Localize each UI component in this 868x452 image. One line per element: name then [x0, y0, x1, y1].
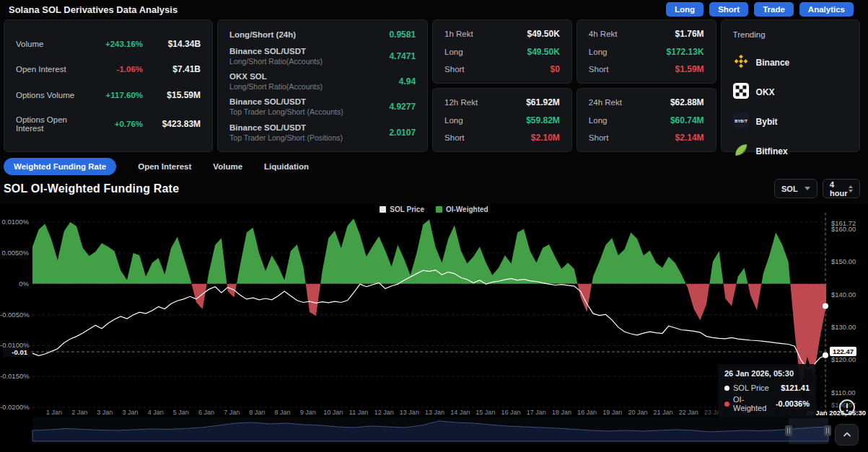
summary-cards-row: Volume+243.16%$14.34BOpen Interest-1.06%… — [4, 19, 860, 152]
ratio-line2: Long/Short Ratio(Accounts) — [229, 57, 389, 66]
bybit-icon: BYB!T — [733, 112, 749, 130]
alert-circle-icon — [838, 399, 856, 416]
metric-label: Volume — [16, 40, 91, 48]
handle-body — [824, 425, 831, 436]
rekt-long-label: Long — [589, 116, 608, 125]
rekt-short-label: Short — [589, 133, 609, 142]
long-short-ratios-card: Long/Short (24h)0.9581Binance SOL/USDTLo… — [217, 19, 428, 152]
bitfinex-icon — [733, 142, 749, 160]
short-button[interactable]: Short — [709, 2, 748, 17]
ratio-row: Binance SOL/USDTLong/Short Ratio(Account… — [229, 47, 416, 66]
alert-button[interactable] — [837, 397, 857, 417]
navigator-handle[interactable] — [824, 425, 831, 436]
trending-item-bitfinex[interactable]: Bitfinex — [733, 142, 848, 160]
exchange-name: Bitfinex — [756, 146, 788, 156]
white-dot-icon — [724, 386, 729, 391]
derivatives-dashboard: Solana SOL Derivatives Data Analysis Lon… — [0, 0, 868, 452]
y-axis-left-tick: 0% — [0, 280, 29, 288]
navigator-selected-window — [789, 418, 828, 444]
rekt-short-row: Short$0 — [444, 64, 560, 74]
scroll-top-button[interactable] — [835, 424, 859, 446]
trade-button[interactable]: Trade — [754, 2, 794, 17]
trending-list: BinanceOKXBYB!TBybitBitfinex — [733, 42, 848, 160]
header-buttons: LongShortTradeAnalytics — [666, 2, 854, 17]
ratio-labels: OKX SOLLong/Short Ratio(Accounts) — [229, 72, 399, 91]
tab-open-interest[interactable]: Open Interest — [138, 162, 191, 171]
long-button[interactable]: Long — [666, 2, 703, 17]
metric-value: $423.83M — [143, 119, 201, 129]
ratio-labels: Binance SOL/USDTTop Trader Long/Short (P… — [229, 123, 389, 142]
rekt-short-value: $0 — [550, 64, 559, 74]
tooltip-series-name: SOL Price — [733, 384, 777, 392]
symbol-select-value: SOL — [781, 185, 798, 193]
chevron-down-icon — [805, 187, 810, 190]
legend-oi-weighted[interactable]: OI-Weighted — [436, 205, 488, 213]
tab-weighted-funding-rate[interactable]: Weighted Funding Rate — [4, 158, 116, 175]
metric-label: Options Volume — [16, 91, 91, 99]
chart-tabs: Weighted Funding RateOpen InterestVolume… — [4, 157, 309, 176]
navigator[interactable] — [32, 417, 831, 444]
interval-select-value: 4 hour — [830, 180, 849, 198]
legend-label: SOL Price — [390, 205, 424, 213]
ratio-value: 4.7471 — [389, 51, 416, 61]
tooltip-series-name: OI-Weighted — [733, 395, 772, 412]
metrics-card: Volume+243.16%$14.34BOpen Interest-1.06%… — [4, 19, 213, 152]
rekt-card-24h-rekt: 24h Rekt$62.88MLong$60.74MShort$2.14M — [577, 88, 716, 152]
rekt-short-label: Short — [589, 65, 609, 74]
okx-icon — [733, 83, 749, 101]
metric-row-options-volume: Options Volume+117.60%$15.59M — [16, 90, 201, 100]
tab-volume[interactable]: Volume — [213, 162, 242, 171]
rekt-long-label: Long — [444, 116, 463, 125]
y-axis-left-tick: 0.0100% — [0, 218, 29, 226]
rekt-card-1h-rekt: 1h Rekt$49.50KLong$49.50KShort$0 — [432, 19, 572, 84]
oi-weighted-area-positive — [32, 218, 826, 388]
ratio-line2: Top Trader Long/Short (Positions) — [229, 133, 389, 142]
binance-icon — [733, 53, 749, 71]
rekt-total-value: $49.50K — [527, 29, 559, 39]
rekt-short-row: Short$2.14M — [589, 133, 704, 143]
tooltip-series-value: $121.41 — [781, 384, 810, 392]
ratio-line1: Binance SOL/USDT — [229, 97, 389, 106]
rekt-title: 12h Rekt — [444, 98, 478, 107]
trending-item-binance[interactable]: Binance — [733, 53, 848, 71]
y-axis-right-tick: $160.00 — [831, 225, 856, 233]
metric-change: +0.76% — [91, 120, 143, 128]
funding-rate-chart[interactable]: SOL Price OI-Weighted -0.01 122.47 5S 26… — [0, 204, 868, 452]
rekt-long-row: Long$59.82M — [444, 115, 560, 125]
legend-sol-price[interactable]: SOL Price — [380, 205, 424, 213]
analytics-button[interactable]: Analytics — [799, 2, 854, 17]
ratio-line2: Top Trader Long/Short (Accounts) — [229, 107, 389, 116]
chart-title: SOL OI-Weighted Funding Rate — [4, 182, 179, 195]
ratio-line1: Binance SOL/USDT — [229, 123, 389, 132]
ratio-line1: Binance SOL/USDT — [229, 47, 389, 56]
rekt-grid: 1h Rekt$49.50KLong$49.50KShort$04h Rekt$… — [432, 19, 716, 152]
interval-select[interactable]: 4 hour — [823, 179, 860, 198]
trending-item-bybit[interactable]: BYB!TBybit — [733, 112, 848, 130]
trending-card: Trending BinanceOKXBYB!TBybitBitfinex — [721, 19, 860, 152]
symbol-select[interactable]: SOL — [774, 179, 817, 198]
y-axis-right-tick: $110.00 — [831, 389, 856, 396]
tooltip-row-sol-price: SOL Price $121.41 — [724, 384, 810, 392]
rekt-card-4h-rekt: 4h Rekt$1.76MLong$172.13KShort$1.59M — [577, 19, 716, 84]
crosshair-price-label: 122.47 — [830, 347, 856, 356]
y-axis-right-tick: $120.00 — [831, 355, 856, 363]
tab-liquidation[interactable]: Liquidation — [264, 162, 309, 171]
spinner-icon — [849, 185, 853, 192]
navigator-handle[interactable] — [785, 425, 792, 436]
rekt-total-row: 1h Rekt$49.50K — [444, 29, 560, 39]
exchange-name: OKX — [756, 87, 775, 97]
rekt-short-value: $2.10M — [531, 133, 560, 143]
tooltip-row-oi-weighted: OI-Weighted -0.0036% — [724, 395, 810, 412]
handle-body — [785, 425, 792, 436]
rekt-total-row: 4h Rekt$1.76M — [589, 29, 704, 39]
rekt-title: 24h Rekt — [589, 98, 622, 107]
trending-item-okx[interactable]: OKX — [733, 83, 848, 101]
oi-weighted-marker-dot — [823, 303, 828, 309]
rekt-short-row: Short$2.10M — [444, 133, 560, 143]
ratio-row: Binance SOL/USDTTop Trader Long/Short (A… — [229, 97, 416, 116]
metric-change: +243.16% — [91, 40, 143, 48]
rekt-long-value: $60.74M — [670, 115, 704, 125]
svg-text:BYB!T: BYB!T — [735, 119, 748, 123]
rekt-long-value: $49.50K — [527, 47, 559, 57]
rekt-long-value: $59.82M — [526, 115, 560, 125]
